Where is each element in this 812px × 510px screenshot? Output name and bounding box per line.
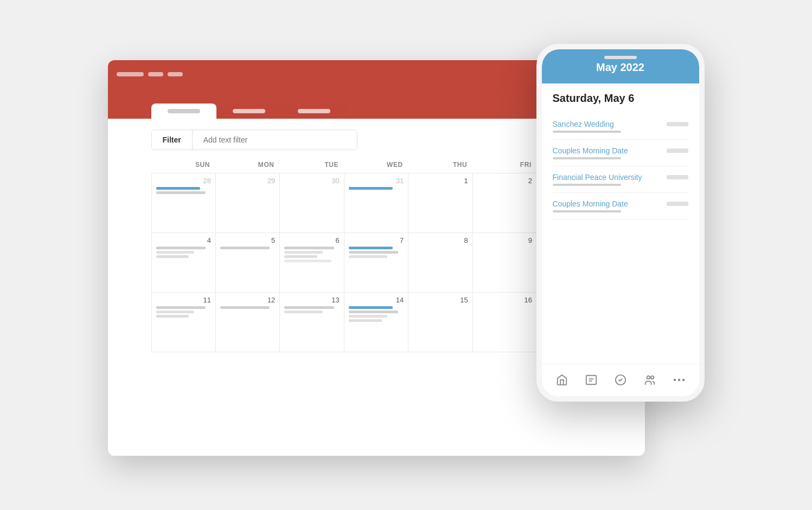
cal-cell-28[interactable]: 28 [152, 173, 216, 233]
phone-event-4[interactable]: Couples Morning Date [553, 193, 688, 220]
event-bar [284, 247, 334, 249]
phone-event-left: Couples Morning Date [553, 146, 667, 159]
phone-event-left: Financial Peace University [553, 173, 667, 186]
cal-date: 15 [413, 296, 468, 304]
phone-body: Saturday, May 6 Sanchez Wedding Couples … [542, 83, 699, 364]
event-bar [156, 255, 189, 258]
cal-date: 5 [220, 236, 275, 244]
svg-rect-0 [586, 376, 596, 385]
cal-date: 12 [220, 296, 275, 304]
tab-label-2 [233, 109, 265, 113]
event-bar [220, 247, 270, 249]
phone-nav [542, 364, 699, 396]
cal-date: 7 [349, 236, 404, 244]
event-bar [349, 251, 398, 254]
cal-cell-12[interactable]: 12 [216, 293, 280, 352]
event-bar [349, 187, 393, 190]
phone-event-title-1: Sanchez Wedding [553, 120, 667, 128]
cal-cell-6[interactable]: 6 [280, 233, 344, 293]
phone-event-left: Sanchez Wedding [553, 120, 667, 133]
phone-event-1[interactable]: Sanchez Wedding [553, 113, 688, 140]
more-icon[interactable] [672, 372, 687, 388]
cal-header-sun: SUN [151, 161, 216, 169]
cal-cell-4[interactable]: 4 [152, 233, 216, 293]
cal-date: 30 [284, 177, 339, 185]
cal-header-mon: MON [215, 161, 280, 169]
cal-cell-8[interactable]: 8 [408, 233, 472, 293]
event-bar [349, 319, 382, 322]
svg-point-7 [677, 379, 680, 381]
cal-cell-14[interactable]: 14 [344, 293, 408, 352]
tab-3[interactable] [282, 104, 347, 119]
filter-input[interactable] [193, 130, 357, 150]
event-bar [284, 260, 331, 262]
event-bar [156, 311, 195, 313]
event-bar [284, 311, 323, 313]
cal-date: 31 [349, 177, 404, 185]
check-icon[interactable] [613, 372, 628, 388]
cal-cell-15[interactable]: 15 [408, 293, 472, 352]
cal-cell-31[interactable]: 31 [344, 173, 408, 233]
contact-icon[interactable] [584, 372, 599, 388]
cal-date: 4 [156, 236, 211, 244]
phone-event-bar [553, 184, 621, 186]
cal-cell-7[interactable]: 7 [344, 233, 408, 293]
cal-header-thu: THU [408, 161, 473, 169]
phone-event-detail-2 [667, 149, 688, 153]
event-bar [284, 255, 317, 258]
cal-cell-11[interactable]: 11 [152, 293, 216, 352]
cal-cell-2[interactable]: 2 [473, 173, 537, 233]
cal-date: 13 [284, 296, 339, 304]
svg-point-8 [682, 379, 684, 381]
phone-event-detail-4 [667, 202, 688, 206]
scene: Filter SUN MON TUE WED THU FRI SAT 28 [108, 44, 705, 467]
phone-event-bar [553, 131, 621, 133]
phone-screen: May 2022 Saturday, May 6 Sanchez Wedding… [542, 49, 699, 396]
cal-date: 9 [477, 236, 532, 244]
calendar-grid: SUN MON TUE WED THU FRI SAT 28 [151, 161, 602, 352]
phone-event-detail-1 [667, 122, 688, 126]
phone-event-title-2: Couples Morning Date [553, 146, 667, 155]
filter-button[interactable]: Filter [152, 130, 193, 150]
titlebar-btn-1[interactable] [117, 72, 144, 76]
cal-cell-13[interactable]: 13 [280, 293, 344, 352]
cal-cell-16[interactable]: 16 [473, 293, 537, 352]
event-bar [156, 191, 206, 194]
event-bar [156, 306, 206, 309]
event-bar [284, 251, 323, 254]
event-bar [349, 306, 393, 309]
event-bar [349, 255, 387, 258]
cal-date: 14 [349, 296, 404, 304]
phone-event-detail-3 [667, 175, 688, 179]
phone-event-2[interactable]: Couples Morning Date [553, 140, 688, 166]
calendar-header: SUN MON TUE WED THU FRI SAT [151, 161, 602, 173]
event-bar [156, 315, 189, 318]
cal-cell-9[interactable]: 9 [473, 233, 537, 293]
tab-active[interactable] [151, 104, 216, 119]
phone-event-3[interactable]: Financial Peace University [553, 166, 688, 193]
svg-point-4 [647, 376, 650, 379]
cal-header-fri: FRI [472, 161, 537, 169]
phone-event-left: Couples Morning Date [553, 199, 667, 212]
home-icon[interactable] [554, 372, 570, 388]
cal-cell-30[interactable]: 30 [280, 173, 344, 233]
event-bar [284, 306, 334, 309]
cal-date: 6 [284, 236, 339, 244]
phone-event-bar [553, 157, 621, 159]
cal-date: 11 [156, 296, 211, 304]
phone-month-year: May 2022 [553, 61, 688, 74]
phone-header: May 2022 [542, 49, 699, 83]
event-bar [349, 315, 387, 318]
titlebar-btn-3[interactable] [168, 72, 183, 76]
cal-cell-1[interactable]: 1 [408, 173, 472, 233]
people-icon[interactable] [642, 372, 657, 388]
cal-cell-29[interactable]: 29 [216, 173, 280, 233]
event-bar [349, 247, 393, 249]
event-bar [156, 187, 200, 190]
phone-event-title-3: Financial Peace University [553, 173, 667, 182]
event-bar [156, 247, 206, 249]
tab-2[interactable] [216, 104, 282, 119]
titlebar-btn-2[interactable] [148, 72, 163, 76]
svg-point-6 [673, 379, 675, 381]
cal-cell-5[interactable]: 5 [216, 233, 280, 293]
